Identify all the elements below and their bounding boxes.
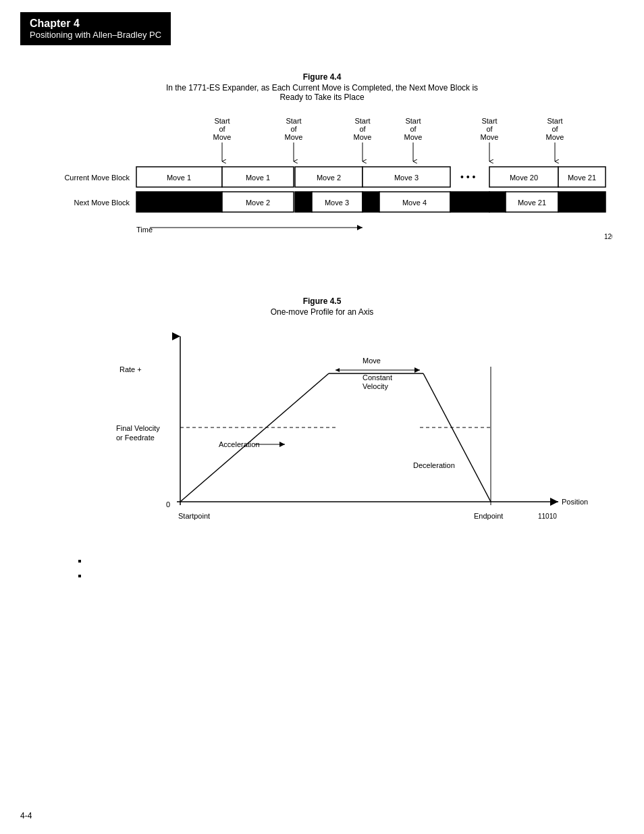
svg-text:Move 1: Move 1 <box>167 174 191 182</box>
svg-text:Move: Move <box>404 133 423 141</box>
svg-text:Move 21: Move 21 <box>568 174 596 182</box>
svg-text:Startpoint: Startpoint <box>178 512 210 520</box>
svg-text:Rate +: Rate + <box>119 365 142 373</box>
bullet-item-1 <box>88 556 644 565</box>
svg-rect-49 <box>489 192 506 212</box>
svg-rect-48 <box>450 192 489 212</box>
svg-line-67 <box>423 373 491 502</box>
svg-text:Move 2: Move 2 <box>317 174 341 182</box>
svg-text:Move 2: Move 2 <box>246 199 270 207</box>
svg-text:Start: Start <box>405 117 421 125</box>
svg-text:Position: Position <box>562 498 588 506</box>
figure-44-desc: In the 1771-ES Expander, as Each Current… <box>32 83 612 102</box>
chapter-subtitle: Positioning with Allen–Bradley PC <box>30 30 161 40</box>
svg-rect-42 <box>295 192 312 212</box>
svg-text:Move: Move <box>363 357 381 365</box>
svg-text:Velocity: Velocity <box>363 382 388 390</box>
svg-text:Current Move Block: Current Move Block <box>64 174 130 182</box>
svg-text:Move: Move <box>354 133 372 141</box>
svg-text:Final Velocity: Final Velocity <box>116 424 160 432</box>
svg-rect-39 <box>136 192 222 212</box>
svg-text:12008: 12008 <box>604 233 612 240</box>
svg-text:of: of <box>359 125 366 133</box>
svg-text:Start: Start <box>547 117 562 125</box>
svg-text:Acceleration: Acceleration <box>219 440 260 448</box>
svg-text:Start: Start <box>354 117 370 125</box>
svg-text:of: of <box>290 125 297 133</box>
svg-text:11010: 11010 <box>538 513 557 520</box>
svg-text:Move 4: Move 4 <box>402 199 427 207</box>
figure-45-caption: Figure 4.5 One-move Profile for an Axis <box>32 296 612 317</box>
figure-45-desc: One-move Profile for an Axis <box>32 307 612 317</box>
svg-text:Move 1: Move 1 <box>246 174 270 182</box>
diagram-44: Start of Move Start of Move Start of Mov… <box>32 114 612 256</box>
svg-text:Move 20: Move 20 <box>510 174 538 182</box>
svg-text:Start: Start <box>286 117 301 125</box>
svg-text:0: 0 <box>166 500 170 509</box>
svg-text:Move: Move <box>481 133 499 141</box>
svg-rect-45 <box>363 192 379 212</box>
bullet-list <box>74 556 644 580</box>
svg-text:Start: Start <box>481 117 497 125</box>
svg-text:• • •: • • • <box>460 172 476 182</box>
svg-text:of: of <box>552 125 558 133</box>
svg-text:Time: Time <box>136 226 153 234</box>
svg-text:Deceleration: Deceleration <box>413 461 455 469</box>
bullet-item-2 <box>88 571 644 580</box>
svg-text:Move: Move <box>285 133 303 141</box>
svg-text:Move 3: Move 3 <box>394 174 419 182</box>
svg-text:Start: Start <box>214 117 230 125</box>
svg-text:Move 3: Move 3 <box>325 199 349 207</box>
chapter-header: Chapter 4 Positioning with Allen–Bradley… <box>20 12 171 45</box>
svg-text:of: of <box>486 125 493 133</box>
svg-rect-52 <box>558 192 606 212</box>
figure-45-container: Figure 4.5 One-move Profile for an Axis … <box>32 296 612 536</box>
svg-text:Move: Move <box>213 133 232 141</box>
svg-text:of: of <box>410 125 417 133</box>
svg-text:Next Move Block: Next Move Block <box>74 199 130 207</box>
svg-text:of: of <box>219 125 225 133</box>
svg-line-65 <box>180 373 329 502</box>
figure-44-caption: Figure 4.4 In the 1771-ES Expander, as E… <box>32 72 612 102</box>
figure-44-container: Figure 4.4 In the 1771-ES Expander, as E… <box>32 72 612 256</box>
svg-text:or Feedrate: or Feedrate <box>116 434 155 442</box>
svg-text:Move 21: Move 21 <box>518 199 546 207</box>
diagram-45: Rate + Final Velocity or Feedrate 0 Move… <box>45 326 599 536</box>
chapter-number: Chapter 4 <box>30 18 161 30</box>
figure-44-label: Figure 4.4 <box>32 72 612 82</box>
page-number: 4-4 <box>20 811 32 820</box>
figure-45-label: Figure 4.5 <box>32 296 612 306</box>
svg-text:Move: Move <box>546 133 564 141</box>
svg-text:Constant: Constant <box>363 373 392 382</box>
svg-text:Endpoint: Endpoint <box>474 512 503 520</box>
